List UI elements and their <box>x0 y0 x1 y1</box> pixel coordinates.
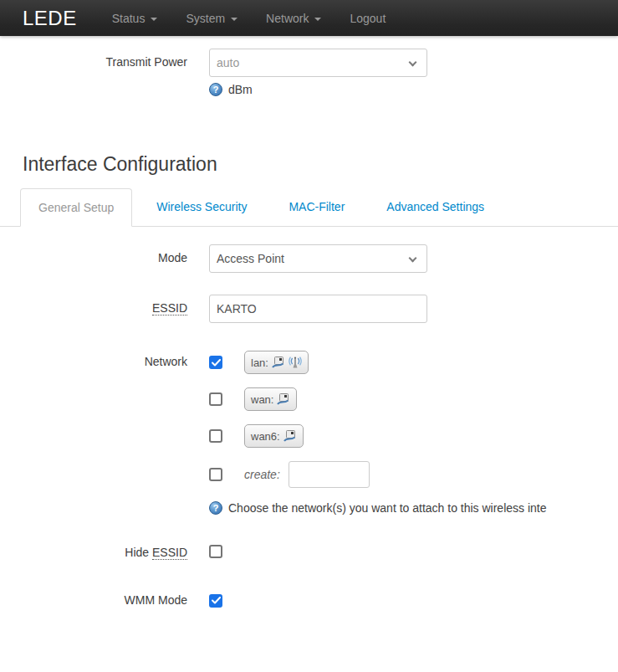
nav-menu-status-label: Status <box>112 12 146 25</box>
caret-down-icon <box>151 18 157 21</box>
transmit-power-unit: dBm <box>228 83 253 96</box>
mode-row: Mode Access Point <box>0 244 618 273</box>
mode-select[interactable]: Access Point <box>209 244 427 273</box>
transmit-power-label: Transmit Power <box>0 49 209 96</box>
tab-advanced-settings[interactable]: Advanced Settings <box>369 188 502 227</box>
wan6-network-badge: wan6: <box>244 424 304 448</box>
nav-menu-status[interactable]: Status <box>112 12 158 25</box>
tab-general-setup[interactable]: General Setup <box>20 188 132 227</box>
wan-network-badge: wan: <box>244 387 297 411</box>
wan-checkbox[interactable] <box>209 392 222 406</box>
checkmark-icon <box>212 597 221 604</box>
wmm-mode-label: WMM Mode <box>0 592 209 608</box>
wmm-mode-checkbox[interactable] <box>209 594 222 608</box>
brand-logo: LEDE <box>23 8 77 28</box>
page-title: Interface Configuration <box>23 153 618 176</box>
checkmark-icon <box>212 359 221 367</box>
wireless-icon <box>289 356 302 369</box>
transmit-power-row: Transmit Power auto ? dBm <box>0 49 618 96</box>
nav-menu-logout-label: Logout <box>350 12 386 25</box>
nav-menu-network-label: Network <box>266 12 309 25</box>
wan6-checkbox[interactable] <box>209 429 222 443</box>
mode-value: Access Point <box>217 252 284 265</box>
create-network-checkbox[interactable] <box>209 468 222 481</box>
nav-menu-system[interactable]: System <box>186 12 237 25</box>
network-option-wan: wan: <box>209 387 547 411</box>
lan-network-badge: lan: <box>244 351 309 374</box>
nav-menu-network[interactable]: Network <box>266 12 321 25</box>
essid-value: KARTO <box>217 302 257 315</box>
network-option-wan6: wan6: <box>209 424 547 448</box>
tab-mac-filter[interactable]: MAC-Filter <box>271 188 362 227</box>
hide-essid-checkbox[interactable] <box>209 545 222 558</box>
chevron-down-icon <box>409 59 417 67</box>
transmit-power-value: auto <box>217 56 239 69</box>
essid-row: ESSID KARTO <box>0 295 618 323</box>
transmit-power-select[interactable]: auto <box>209 49 427 77</box>
hide-essid-label: Hide ESSID <box>0 545 209 562</box>
tab-bar: General Setup Wireless Security MAC-Filt… <box>0 188 618 227</box>
caret-down-icon <box>314 18 321 21</box>
ethernet-icon <box>272 356 285 369</box>
ethernet-icon <box>283 429 297 443</box>
network-help-text: Choose the network(s) you want to attach… <box>228 501 547 515</box>
caret-down-icon <box>231 18 237 21</box>
ethernet-icon <box>277 392 290 406</box>
network-help-row: ? Choose the network(s) you want to atta… <box>209 501 547 515</box>
lan-checkbox[interactable] <box>209 356 222 369</box>
wmm-mode-row: WMM Mode <box>0 592 618 608</box>
network-option-lan: lan: <box>209 351 547 374</box>
nav-menu-logout[interactable]: Logout <box>350 12 386 25</box>
tab-wireless-security[interactable]: Wireless Security <box>139 188 264 227</box>
top-navbar: LEDE Status System Network Logout <box>0 0 618 36</box>
chevron-down-icon <box>409 254 417 263</box>
network-row: Network lan: <box>0 351 618 515</box>
help-icon: ? <box>209 501 222 515</box>
essid-input[interactable]: KARTO <box>209 295 427 323</box>
create-network-input[interactable] <box>289 461 370 488</box>
mode-label: Mode <box>0 244 209 273</box>
transmit-power-unit-row: ? dBm <box>209 83 427 96</box>
help-icon: ? <box>209 83 222 96</box>
hide-essid-row: Hide ESSID <box>0 545 618 562</box>
essid-label: ESSID <box>0 295 209 323</box>
network-option-create: create: <box>209 461 547 488</box>
network-label: Network <box>0 351 209 515</box>
nav-menu-system-label: System <box>186 12 225 25</box>
create-network-label: create: <box>244 468 280 481</box>
